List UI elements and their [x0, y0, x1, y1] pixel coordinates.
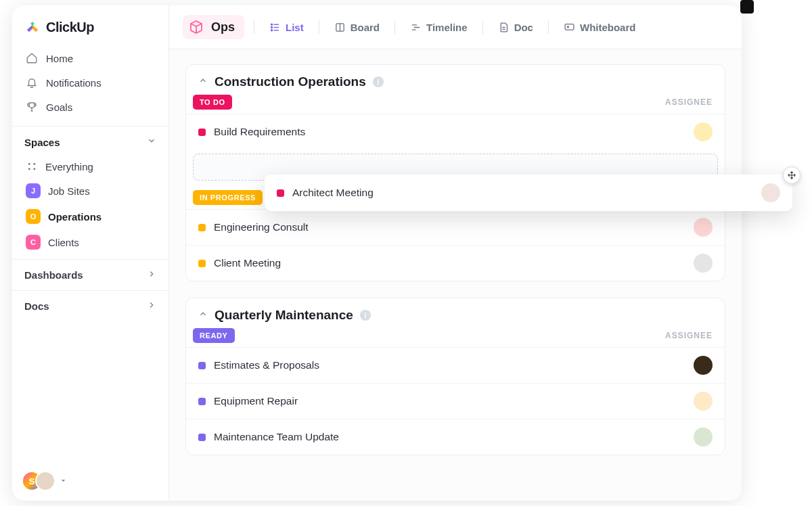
view-tab-list[interactable]: List: [264, 18, 309, 37]
svg-point-6: [271, 29, 272, 30]
main-panel: Ops List Board Timeline Doc: [169, 5, 742, 501]
task-name: Client Meeting: [214, 257, 281, 269]
sidebar-section-dashboards[interactable]: Dashboards: [12, 259, 168, 290]
user-avatar: [35, 471, 55, 491]
status-dot: [198, 398, 206, 405]
task-name: Engineering Consult: [214, 221, 309, 233]
assignee-avatar[interactable]: [694, 392, 713, 411]
sidebar-item-operations[interactable]: O Operations: [19, 204, 162, 229]
sidebar-section-spaces[interactable]: Spaces: [12, 126, 168, 155]
section-label: Spaces: [24, 137, 60, 148]
avatar-stack: S: [22, 471, 55, 491]
assignee-avatar[interactable]: [694, 122, 713, 141]
view-label: Timeline: [426, 22, 468, 33]
column-label-assignee: ASSIGNEE: [665, 97, 713, 107]
view-tab-doc[interactable]: Doc: [493, 18, 539, 37]
task-name: Build Requirements: [214, 126, 305, 138]
content-area: Construction Operations i TO DO ASSIGNEE…: [169, 49, 742, 486]
view-label: List: [286, 22, 304, 33]
space-badge: C: [26, 235, 41, 250]
group-header[interactable]: Quarterly Maintenance i: [186, 298, 725, 327]
info-icon[interactable]: i: [360, 310, 371, 321]
task-row[interactable]: Estimates & Proposals: [186, 347, 725, 383]
space-title-group[interactable]: Ops: [183, 15, 244, 39]
task-name: Equipment Repair: [214, 395, 298, 407]
task-row[interactable]: Equipment Repair: [186, 383, 725, 419]
column-label-assignee: ASSIGNEE: [665, 331, 713, 340]
sidebar-item-clients[interactable]: C Clients: [19, 229, 162, 255]
status-dot: [277, 189, 284, 197]
task-name: Architect Meeting: [292, 187, 374, 199]
space-label: Operations: [48, 211, 102, 223]
sidebar-nav-notifications[interactable]: Notifications: [19, 70, 162, 95]
status-pill-in-progress[interactable]: IN PROGRESS: [193, 190, 263, 205]
list-icon: [269, 22, 281, 33]
status-pill-todo[interactable]: TO DO: [193, 95, 232, 110]
toolbar: Ops List Board Timeline Doc: [169, 5, 742, 49]
section-label: Dashboards: [24, 269, 83, 281]
home-icon: [26, 52, 38, 64]
dragging-task-row[interactable]: Architect Meeting: [265, 175, 792, 211]
chevron-right-icon: [147, 269, 156, 281]
svg-point-1: [33, 163, 35, 165]
nav-label: Notifications: [46, 77, 102, 89]
sidebar-section-docs[interactable]: Docs: [12, 290, 168, 321]
divider: [319, 20, 319, 34]
view-tab-timeline[interactable]: Timeline: [405, 18, 473, 37]
sidebar-item-everything[interactable]: Everything: [19, 155, 162, 178]
divider: [254, 20, 254, 34]
view-label: Board: [351, 22, 380, 33]
space-title: Ops: [211, 20, 235, 34]
status-dot: [198, 434, 206, 441]
status-dot: [198, 129, 206, 136]
status-header: TO DO ASSIGNEE: [186, 93, 725, 114]
task-row[interactable]: Maintenance Team Update: [186, 419, 725, 455]
spaces-list: Everything J Job Sites O Operations C Cl…: [12, 155, 168, 259]
info-icon[interactable]: i: [373, 76, 384, 87]
task-row[interactable]: Build Requirements: [186, 114, 725, 150]
sidebar: ClickUp Home Notifications Goals Spaces: [12, 5, 169, 501]
sidebar-nav-home[interactable]: Home: [19, 46, 162, 70]
chevron-right-icon: [147, 300, 156, 312]
svg-point-3: [33, 168, 35, 170]
status-dot: [198, 224, 206, 231]
app-frame: ClickUp Home Notifications Goals Spaces: [12, 5, 742, 501]
assignee-avatar[interactable]: [694, 218, 713, 237]
view-tab-whiteboard[interactable]: Whiteboard: [558, 18, 641, 37]
sidebar-item-job-sites[interactable]: J Job Sites: [19, 178, 162, 204]
trophy-icon: [26, 101, 38, 113]
sidebar-user-area[interactable]: S: [12, 461, 168, 501]
space-label: Clients: [48, 237, 79, 248]
move-cursor-icon: [783, 166, 800, 184]
assignee-avatar[interactable]: [694, 428, 713, 446]
grid-icon: [26, 160, 38, 172]
brand-logo[interactable]: ClickUp: [12, 5, 168, 46]
svg-point-2: [28, 168, 30, 170]
divider: [394, 20, 395, 34]
sidebar-nav-goals[interactable]: Goals: [19, 95, 162, 119]
brand-name: ClickUp: [46, 20, 94, 35]
status-pill-ready[interactable]: READY: [193, 328, 235, 343]
space-badge: J: [26, 183, 41, 198]
status-dot: [198, 260, 206, 267]
space-label: Job Sites: [48, 185, 90, 197]
view-label: Whiteboard: [580, 22, 636, 33]
task-group: Quarterly Maintenance i READY ASSIGNEE E…: [185, 298, 725, 455]
group-header[interactable]: Construction Operations i: [186, 65, 725, 93]
space-badge: O: [26, 209, 41, 224]
sidebar-nav: Home Notifications Goals: [12, 46, 168, 119]
status-dot: [198, 362, 206, 369]
task-row[interactable]: Engineering Consult: [186, 209, 725, 245]
svg-point-4: [271, 24, 272, 25]
decorative-corner: [740, 0, 754, 14]
svg-point-0: [28, 163, 30, 165]
view-label: Doc: [514, 22, 533, 33]
svg-rect-8: [565, 24, 574, 30]
assignee-avatar[interactable]: [694, 254, 713, 273]
task-name: Maintenance Team Update: [214, 431, 339, 443]
assignee-avatar[interactable]: [694, 356, 713, 375]
assignee-avatar[interactable]: [761, 183, 780, 202]
bell-icon: [26, 76, 38, 89]
view-tab-board[interactable]: Board: [329, 18, 385, 37]
task-row[interactable]: Client Meeting: [186, 245, 725, 281]
